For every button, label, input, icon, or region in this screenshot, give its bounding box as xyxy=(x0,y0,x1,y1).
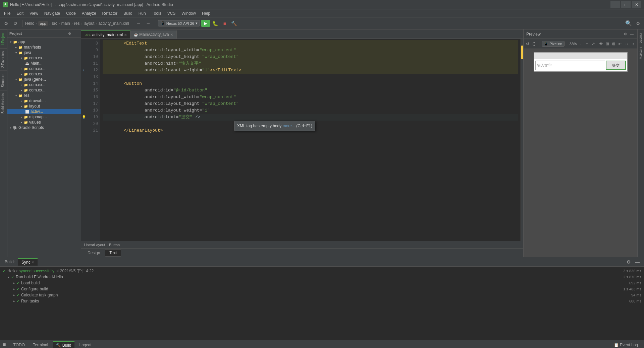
tab-todo[interactable]: TODO xyxy=(10,342,28,348)
menu-navigate[interactable]: Navigate xyxy=(42,10,63,16)
tree-item-drawable[interactable]: ▸ 📁 drawab... xyxy=(7,98,81,103)
close-button[interactable]: ✕ xyxy=(632,1,641,8)
tab-logcat[interactable]: Logcat xyxy=(76,342,95,348)
preview-arrows-btn[interactable]: ↔ xyxy=(624,40,629,48)
code-content[interactable]: <EditText android:layout_width="wrap_con… xyxy=(100,39,521,241)
preview-zoom-in-btn[interactable]: ⟨⟩ xyxy=(531,40,537,48)
tab-mainactivity-java[interactable]: ☕ MainActivity.java ✕ xyxy=(130,30,176,39)
settings-gear-btn[interactable]: ⚙ xyxy=(634,19,642,27)
menu-tools[interactable]: Tools xyxy=(149,10,164,16)
toolbar-settings-btn[interactable]: ⚙ xyxy=(2,19,10,27)
tree-item-layout[interactable]: ▾ 📁 layout xyxy=(7,103,81,109)
stop-btn[interactable]: ■ xyxy=(221,19,229,27)
tooltip-more-link[interactable]: more... xyxy=(283,124,295,128)
menu-refactor[interactable]: Refactor xyxy=(100,10,120,16)
bottom-minimize-btn[interactable]: — xyxy=(633,258,641,266)
menu-run[interactable]: Run xyxy=(136,10,149,16)
breadcrumb-hello[interactable]: Hello xyxy=(25,21,34,26)
preview-close-btn[interactable]: — xyxy=(629,31,635,37)
preview-side-tab[interactable]: Preview xyxy=(638,45,643,61)
phone-submit-button[interactable]: 提交 xyxy=(606,61,626,70)
tab-close-icon[interactable]: ✕ xyxy=(124,33,127,37)
breadcrumb-activity-xml[interactable]: activity_main.xml xyxy=(98,21,129,26)
tree-item-main[interactable]: ☕ Main... xyxy=(7,61,81,66)
preview-vert-btn[interactable]: ↕ xyxy=(631,40,636,48)
preview-constraints-btn[interactable]: ⊠ xyxy=(611,40,616,48)
vtab-project[interactable]: 1:Project xyxy=(0,29,7,48)
breadcrumb-res[interactable]: res xyxy=(74,21,80,26)
menu-vcs[interactable]: VCS xyxy=(165,10,178,16)
breadcrumb-src[interactable]: src xyxy=(52,21,57,26)
project-settings-btn[interactable]: ⚙ xyxy=(67,31,72,36)
tab-build-bottom[interactable]: 🔨 Build xyxy=(53,341,74,348)
tree-item-comex-gen2[interactable]: ▸ 📁 com.ex... xyxy=(7,87,81,93)
tree-item-gradle[interactable]: ▸ 🐘 Gradle Scripts xyxy=(7,125,81,130)
debug-btn[interactable]: 🐛 xyxy=(211,19,219,27)
tab-activity-main-xml[interactable]: ≺/≻ activity_main.xml ✕ xyxy=(81,30,130,39)
expand-arrow-load[interactable]: ▸ xyxy=(13,281,15,285)
preview-grid-btn[interactable]: ⊞ xyxy=(605,40,610,48)
preview-zoom-out-btn[interactable]: - xyxy=(578,40,583,48)
preview-settings-btn[interactable]: ⚙ xyxy=(623,31,628,37)
menu-file[interactable]: File xyxy=(1,10,13,16)
palette-tab[interactable]: Palette xyxy=(638,31,643,45)
menu-analyze[interactable]: Analyze xyxy=(79,10,99,16)
tab-design[interactable]: Design xyxy=(83,249,104,257)
breadcrumb-app[interactable]: app xyxy=(38,21,48,26)
tree-item-values[interactable]: ▸ 📁 values xyxy=(7,120,81,125)
menu-edit[interactable]: Edit xyxy=(14,10,26,16)
tree-item-java[interactable]: ▾ 📁 java xyxy=(7,50,81,55)
minimize-button[interactable]: ─ xyxy=(610,1,620,8)
tree-item-java-gen[interactable]: ▾ 📁 java (gene... xyxy=(7,77,81,82)
expand-arrow-configure[interactable]: ▸ xyxy=(13,287,15,291)
maximize-button[interactable]: □ xyxy=(621,1,631,8)
preview-device-selector[interactable]: 📱 Pixel ▸▸ xyxy=(542,41,565,47)
project-close-btn[interactable]: — xyxy=(73,31,79,36)
bottom-expand-icon[interactable]: ≡ xyxy=(3,342,6,348)
menu-window[interactable]: Window xyxy=(179,10,199,16)
preview-fit-btn[interactable]: ⤢ xyxy=(591,40,596,48)
tab-terminal[interactable]: Terminal xyxy=(30,342,51,348)
preview-rotate-btn[interactable]: ↺ xyxy=(525,40,530,48)
expand-arrow-tasks[interactable]: ▸ xyxy=(13,299,15,303)
tree-item-activity-main-xml[interactable]: ⬜ activi... xyxy=(7,109,81,114)
toolbar-sync-btn[interactable]: ↺ xyxy=(11,19,19,27)
breadcrumb-linearlayout[interactable]: LinearLayout xyxy=(84,243,105,247)
back-btn[interactable]: ← xyxy=(135,19,143,27)
menu-view[interactable]: View xyxy=(27,10,41,16)
tree-item-comex1[interactable]: ▾ 📁 com.ex... xyxy=(7,55,81,61)
window-controls[interactable]: ─ □ ✕ xyxy=(610,1,641,8)
tree-item-mipmap[interactable]: ▸ 📁 mipmap... xyxy=(7,114,81,120)
sync-tab-close[interactable]: ✕ xyxy=(32,261,34,264)
tree-item-comex-gen1[interactable]: ▸ 📁 com.ex... xyxy=(7,82,81,87)
build-btn[interactable]: 🔨 xyxy=(230,19,238,27)
editor-scrollbar[interactable] xyxy=(521,39,523,241)
tab-close-java-icon[interactable]: ✕ xyxy=(170,33,173,37)
preview-align-btn[interactable]: ⇤ xyxy=(618,40,623,48)
menu-build[interactable]: Build xyxy=(121,10,135,16)
tree-item-comex3[interactable]: ▸ 📁 com.ex... xyxy=(7,71,81,77)
bottom-settings-btn[interactable]: ⚙ xyxy=(625,258,633,266)
breadcrumb-main[interactable]: main xyxy=(61,21,70,26)
tab-text[interactable]: Text xyxy=(105,249,121,257)
tree-item-res[interactable]: ▾ 📁 res xyxy=(7,93,81,98)
menu-help[interactable]: Help xyxy=(199,10,213,16)
breadcrumb-layout[interactable]: layout xyxy=(84,21,94,26)
forward-btn[interactable]: → xyxy=(144,19,152,27)
menu-code[interactable]: Code xyxy=(63,10,78,16)
tree-item-manifests[interactable]: ▸ 📁 manifests xyxy=(7,45,81,50)
expand-arrow-calculate[interactable]: ▸ xyxy=(13,293,15,297)
tree-item-app[interactable]: ▾ 📁 app xyxy=(7,39,81,45)
search-everywhere-btn[interactable]: 🔍 xyxy=(625,19,633,27)
tab-event-log[interactable]: 📋 Event Log xyxy=(610,342,641,348)
breadcrumb-button[interactable]: Button xyxy=(109,243,120,247)
preview-eye-btn[interactable]: 👁 xyxy=(598,40,604,48)
vtab-build-variants[interactable]: Build Variants xyxy=(0,90,7,116)
vtab-structure[interactable]: Structure xyxy=(0,71,7,90)
expand-arrow-run[interactable]: ▸ xyxy=(8,275,10,279)
tree-item-comex2[interactable]: ▸ 📁 com.ex... xyxy=(7,66,81,71)
preview-zoom-in-plus-btn[interactable]: + xyxy=(584,40,590,48)
vtab-favorites[interactable]: 2:Favorites xyxy=(0,48,7,70)
run-button[interactable]: ▶ xyxy=(201,20,210,27)
bottom-tab-build[interactable]: Sync ✕ xyxy=(18,258,38,266)
